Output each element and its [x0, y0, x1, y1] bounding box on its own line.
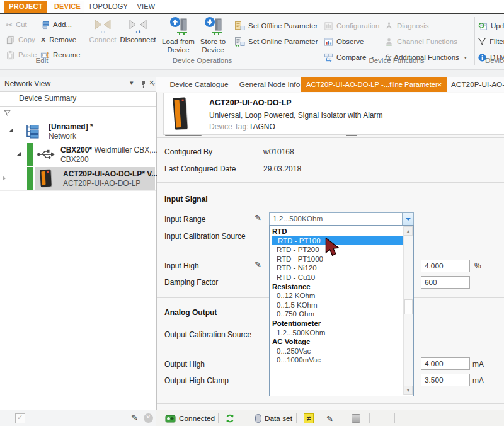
set-online-parameter-button[interactable]: Set Online Parameter: [234, 36, 318, 47]
device-module-icon: [40, 170, 51, 187]
input-high-field[interactable]: 4.000: [421, 260, 470, 272]
footer-pencil-icon[interactable]: [131, 413, 138, 422]
observe-button[interactable]: Observe: [324, 36, 364, 47]
input-range-edit-pencil-icon[interactable]: [255, 213, 261, 222]
filter-label: Filter: [490, 38, 504, 45]
refresh-icon[interactable]: [224, 413, 236, 424]
output-high-clamp-field[interactable]: 3.500: [421, 374, 470, 386]
ribbon: Cut Copy Paste Add... Remove Rename Edit…: [0, 14, 504, 70]
output-calibration-source-label: Output Calibration Source: [164, 330, 251, 339]
channel-functions-icon: [384, 37, 394, 47]
output-high-field[interactable]: 4.000: [421, 357, 470, 370]
scrollbar-down-arrow-icon[interactable]: [404, 386, 413, 395]
network-view-title: Network View: [4, 79, 50, 88]
configuration-button[interactable]: Configuration: [324, 20, 379, 32]
tab-next-clipped[interactable]: ACT20P-UI-AO-: [451, 77, 504, 92]
tree-filter-row[interactable]: [0, 106, 156, 120]
diagnosis-button[interactable]: Diagnosis: [384, 20, 429, 32]
dropdown-option[interactable]: 0...1000mVac: [270, 355, 403, 365]
input-high-edit-pencil-icon[interactable]: [255, 260, 261, 269]
diagnosis-icon: [384, 21, 394, 31]
input-range-dropdown-list: RTD RTD - PT100 RTD - PT200 RTD - PT1000…: [269, 225, 414, 396]
input-range-combobox[interactable]: 1.2...500KOhm: [269, 212, 414, 226]
damping-factor-label: Damping Factor: [164, 278, 218, 287]
connection-state-bar: [27, 143, 33, 166]
set-offline-parameter-button[interactable]: Set Offline Parameter: [234, 20, 318, 32]
tree-row-cbx200[interactable]: CBX200* Weidmüller CBX,... CBX200: [0, 142, 156, 167]
usb-icon: [37, 148, 55, 161]
footer-clear-icon[interactable]: [144, 413, 153, 423]
ribbon-tab-topology[interactable]: TOPOLOGY: [88, 1, 127, 13]
expander-open-icon[interactable]: [9, 128, 13, 132]
store-to-device-button[interactable]: Store to Device: [197, 16, 229, 54]
tree-node-name: ACT20P-UI-AO-DO-LP* V...: [63, 170, 158, 178]
network-icon: [24, 123, 41, 139]
panel-pin-icon[interactable]: [140, 80, 147, 89]
statusbar-separator: [218, 413, 219, 423]
statusbar-pencil-icon[interactable]: [326, 413, 333, 423]
configuration-label: Configuration: [336, 22, 379, 30]
ribbon-tab-device[interactable]: DEVICE: [50, 1, 84, 13]
tab-close-icon[interactable]: [437, 77, 442, 93]
device-tag-value: TAGNO: [249, 122, 275, 131]
footer-checkbox[interactable]: [15, 413, 25, 423]
update-button[interactable]: Update: [478, 20, 504, 32]
statusbar-separator: [369, 413, 370, 423]
tree-node-subtitle: ACT20P-UI-AO-DO-LP: [63, 179, 140, 188]
set-online-parameter-icon: [234, 37, 245, 47]
tree-row-network[interactable]: [Unnamed] * Network: [0, 120, 156, 143]
dropdown-option[interactable]: 1.2...500KOhm: [270, 328, 403, 338]
connect-icon: [93, 18, 112, 34]
dropdown-scrollbar[interactable]: [403, 226, 413, 395]
dropdown-option[interactable]: 0..750 Ohm: [270, 309, 403, 319]
ribbon-tab-view[interactable]: VIEW: [134, 1, 159, 13]
scrollbar-thumb[interactable]: [404, 299, 413, 314]
parameter-page: ACT20P-UI-AO-DO-LP Universal, Loop Power…: [157, 92, 504, 410]
remove-button[interactable]: Remove: [40, 34, 76, 45]
edit-group-label: Edit: [0, 57, 84, 64]
damping-factor-field[interactable]: 600: [421, 276, 470, 289]
load-from-device-label: Load from Device: [162, 38, 195, 54]
output-high-label: Output High: [164, 360, 205, 369]
tab-scroll-left-icon[interactable]: [152, 79, 155, 89]
tab-general-node-info[interactable]: General Node Info: [237, 77, 302, 92]
ribbon-tab-project[interactable]: PROJECT: [4, 1, 47, 13]
statusbar-separator: [394, 413, 395, 423]
load-from-device-button[interactable]: Load from Device: [160, 16, 197, 54]
update-icon: [478, 21, 488, 31]
tab-offline-parameter-active[interactable]: ACT20P-UI-AO-DO-LP -...fline Parameter: [301, 77, 447, 92]
store-to-device-icon: [203, 16, 222, 36]
tab-device-catalogue[interactable]: Device Catalogue: [164, 77, 234, 92]
divider: [157, 137, 504, 138]
observe-icon: [324, 37, 333, 47]
filter-button[interactable]: Filter: [478, 36, 504, 47]
dropdown-option[interactable]: RTD - Cu10: [270, 273, 403, 282]
tree-row-act20p[interactable]: ACT20P-UI-AO-DO-LP* V... ACT20P-UI-AO-DO…: [0, 166, 156, 191]
disconnect-button[interactable]: Disconnect: [118, 18, 158, 44]
copy-button[interactable]: Copy: [6, 34, 35, 45]
module-front: [174, 100, 181, 127]
channel-functions-button[interactable]: Channel Functions: [384, 36, 457, 47]
panel-menu-chevron-down-icon[interactable]: ▾: [130, 79, 134, 87]
input-high-label: Input High: [164, 262, 199, 270]
statusbar-gray-square-icon: [352, 414, 360, 423]
scrollbar-up-arrow-icon[interactable]: [404, 226, 413, 236]
tree-node-subtitle: Network: [49, 132, 76, 141]
input-high-unit: %: [474, 262, 481, 270]
store-to-device-label: Store to Device: [200, 38, 226, 54]
not-equal-badge: ≠: [304, 413, 314, 423]
dropdown-option[interactable]: 0..12 KOhm: [270, 291, 403, 301]
add-button[interactable]: Add...: [40, 19, 72, 30]
last-configured-date-value: 29.03.2018: [263, 164, 301, 173]
disconnect-icon: [129, 18, 147, 34]
output-high-clamp-unit: mA: [472, 376, 484, 385]
expander-open-icon[interactable]: [16, 152, 21, 156]
expander-closed-icon[interactable]: [3, 176, 6, 181]
dropdown-option[interactable]: 0...250Vac: [270, 347, 403, 356]
connect-button[interactable]: Connect: [87, 18, 118, 44]
dropdown-option[interactable]: 0..1.5 KOhm: [270, 301, 403, 310]
tree-node-name: [Unnamed] *: [49, 122, 93, 131]
combobox-dropdown-button[interactable]: [402, 213, 413, 225]
cut-button[interactable]: Cut: [6, 19, 27, 30]
dropdown-option[interactable]: RTD - Ni120: [270, 263, 403, 273]
